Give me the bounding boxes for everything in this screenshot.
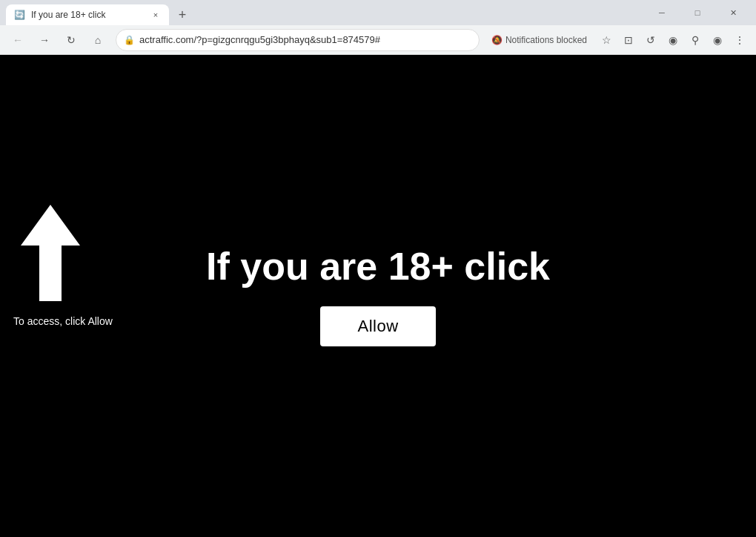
rss-button[interactable]: ◉ — [663, 30, 683, 50]
instruction-text: To access, click Allow — [13, 315, 113, 327]
bookmark-button[interactable]: ☆ — [596, 30, 617, 50]
allow-button[interactable]: Allow — [320, 306, 435, 346]
home-button[interactable]: ⌂ — [86, 28, 110, 52]
main-heading: If you are 18+ click — [206, 246, 550, 288]
notifications-blocked[interactable]: 🔕 Notifications blocked — [485, 35, 593, 45]
window-controls: ─ □ ✕ — [645, 0, 750, 25]
title-bar: 🔄 If you are 18+ click × + ─ □ ✕ — [0, 0, 756, 25]
notifications-blocked-label: Notifications blocked — [505, 35, 587, 45]
menu-button[interactable]: ⋮ — [729, 30, 750, 50]
maximize-button[interactable]: □ — [680, 0, 714, 25]
search-button[interactable]: ⚲ — [685, 30, 706, 50]
toolbar: ← → ↻ ⌂ 🔒 actraffic.com/?p=gizgcnrqgu5gi… — [0, 25, 756, 55]
page-content: To access, click Allow If you are 18+ cl… — [0, 55, 756, 537]
tab-strip: 🔄 If you are 18+ click × + — [6, 0, 640, 25]
address-bar[interactable]: 🔒 actraffic.com/?p=gizgcnrqgu5gi3bphayq&… — [116, 29, 480, 51]
new-tab-button[interactable]: + — [172, 4, 193, 25]
lock-icon: 🔒 — [124, 35, 135, 45]
tab-close-button[interactable]: × — [150, 9, 162, 21]
forward-button[interactable]: → — [33, 28, 56, 52]
sync-button[interactable]: ↺ — [640, 30, 661, 50]
back-button[interactable]: ← — [6, 28, 30, 52]
arrow-up-icon — [13, 201, 87, 308]
browser-window: 🔄 If you are 18+ click × + ─ □ ✕ ← → ↻ ⌂… — [0, 0, 756, 537]
address-text: actraffic.com/?p=gizgcnrqgu5gi3bphayq&su… — [139, 34, 471, 45]
close-button[interactable]: ✕ — [716, 0, 750, 25]
notification-blocked-icon: 🔕 — [491, 35, 503, 45]
active-tab[interactable]: 🔄 If you are 18+ click × — [6, 4, 169, 25]
tab-favicon: 🔄 — [13, 9, 25, 21]
toolbar-icons: ☆ ⊡ ↺ ◉ ⚲ ◉ ⋮ — [596, 30, 750, 50]
svg-marker-0 — [21, 205, 80, 301]
minimize-button[interactable]: ─ — [645, 0, 679, 25]
cast-button[interactable]: ⊡ — [618, 30, 639, 50]
profile-button[interactable]: ◉ — [707, 30, 728, 50]
reload-button[interactable]: ↻ — [59, 28, 83, 52]
tab-title: If you are 18+ click — [31, 10, 144, 20]
